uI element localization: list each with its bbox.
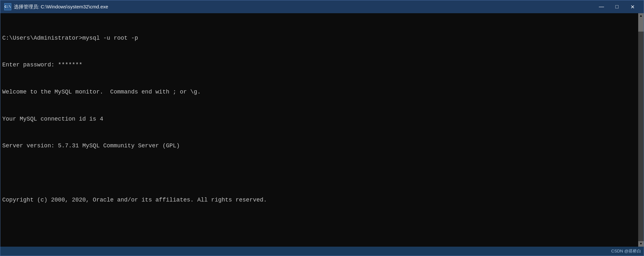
terminal-line-2: Enter password: ******* <box>2 61 636 70</box>
window-title: 选择管理员: C:\Windows\system32\cmd.exe <box>14 4 594 10</box>
icon-text: C:\ <box>5 5 11 9</box>
minimize-button[interactable]: — <box>594 2 609 12</box>
window-icon: C:\ <box>4 3 11 10</box>
terminal-line-6 <box>2 169 636 178</box>
scroll-track[interactable] <box>638 19 644 241</box>
terminal-line-4: Your MySQL connection id is 4 <box>2 115 636 124</box>
cmd-window: C:\ 选择管理员: C:\Windows\system32\cmd.exe —… <box>0 0 644 256</box>
restore-button[interactable]: □ <box>610 2 624 12</box>
close-button[interactable]: ✕ <box>625 2 640 12</box>
terminal-line-1: C:\Users\Administrator>mysql -u root -p <box>2 34 636 43</box>
scrollbar[interactable]: ▲ ▼ <box>638 13 644 247</box>
window-controls: — □ ✕ <box>594 2 640 12</box>
scroll-thumb[interactable] <box>638 19 644 32</box>
terminal-line-7: Copyright (c) 2000, 2020, Oracle and/or … <box>2 196 636 205</box>
title-bar: C:\ 选择管理员: C:\Windows\system32\cmd.exe —… <box>0 0 644 13</box>
bottom-bar: CSDN @搭桥白 <box>0 247 644 256</box>
scroll-down-button[interactable]: ▼ <box>638 241 644 247</box>
terminal-body: C:\Users\Administrator>mysql -u root -p … <box>0 13 644 247</box>
terminal-line-8 <box>2 222 636 231</box>
terminal-line-3: Welcome to the MySQL monitor. Commands e… <box>2 88 636 97</box>
csdn-badge: CSDN @搭桥白 <box>611 248 641 254</box>
terminal-line-5: Server version: 5.7.31 MySQL Community S… <box>2 142 636 151</box>
scroll-up-button[interactable]: ▲ <box>638 13 644 19</box>
terminal-content[interactable]: C:\Users\Administrator>mysql -u root -p … <box>0 13 638 247</box>
